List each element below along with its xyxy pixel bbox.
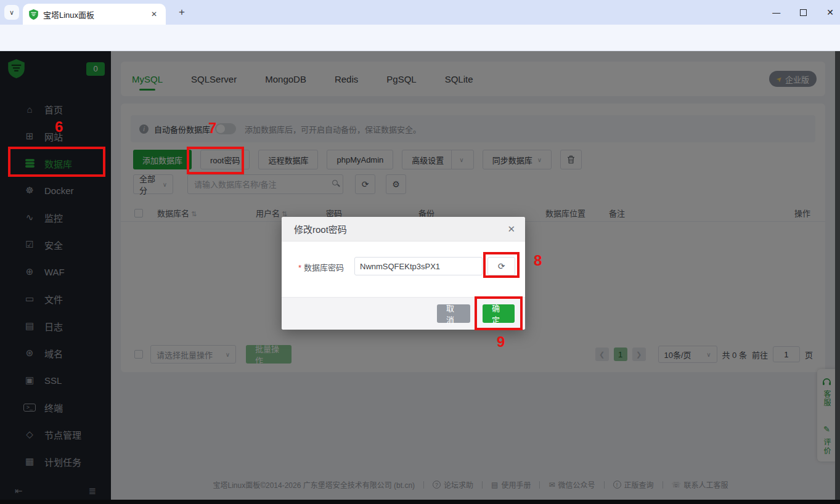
close-icon[interactable]: ✕ [507,224,515,235]
browser-tab-strip: ∨ 宝塔Linux面板 ✕ + — ✕ [0,0,840,25]
window-close-button[interactable]: ✕ [826,7,834,17]
cancel-button[interactable]: 取消 [437,304,470,323]
modal-title: 修改root密码 [294,222,507,235]
tab-title: 宝塔Linux面板 [43,9,149,20]
modal-footer: 取消 确定 [282,297,525,330]
browser-url-bar: ← → ↻ ✕ 不安全 https://192.168.2.38:27319/d… [0,25,840,51]
modal-header: 修改root密码 ✕ [282,217,525,242]
browser-tab-active[interactable]: 宝塔Linux面板 ✕ [23,4,166,25]
confirm-button[interactable]: 确定 [483,304,515,323]
refresh-icon: ⟳ [498,261,505,271]
tab-search-chevron-button[interactable]: ∨ [4,5,19,20]
window-minimize-button[interactable]: — [772,8,780,17]
change-root-password-modal: 修改root密码 ✕ *数据库密码 ⟳ 取消 确定 [282,217,525,330]
password-field-label: *数据库密码 [298,261,344,273]
window-maximize-button[interactable] [800,9,807,16]
regenerate-password-button[interactable]: ⟳ [487,257,515,275]
modal-body: *数据库密码 ⟳ [282,242,525,297]
baota-favicon [29,9,38,20]
new-tab-button[interactable]: + [174,6,189,20]
tab-close-icon[interactable]: ✕ [149,9,160,20]
database-password-input[interactable] [354,257,483,275]
